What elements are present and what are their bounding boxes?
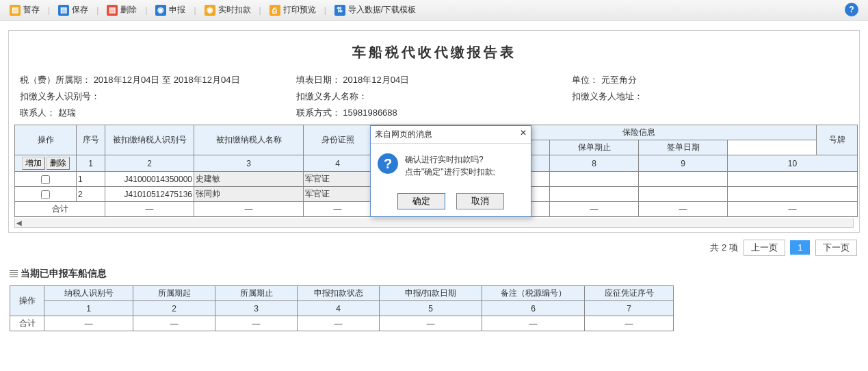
dialog-close-icon[interactable]: ✕	[520, 128, 527, 138]
row-checkbox[interactable]	[41, 175, 50, 184]
unit-value: 元至角分	[601, 75, 637, 85]
declared-total-row: 合计 — — — — — — —	[10, 316, 674, 331]
col-id: 被扣缴纳税人识别号	[105, 125, 194, 155]
pager-next[interactable]: 下一页	[815, 240, 857, 256]
save-icon: ▤	[58, 5, 69, 16]
phone-value: 15981986688	[343, 107, 397, 118]
question-icon: ?	[378, 153, 398, 174]
print-preview-button[interactable]: ⎙打印预览	[265, 3, 320, 17]
pager-count: 共 2 项	[710, 242, 737, 253]
dialog-title-bar: 来自网页的消息 ✕	[371, 126, 531, 144]
declare-button[interactable]: ◉申报	[151, 3, 189, 17]
import-icon: ⇅	[334, 5, 345, 16]
report-meta: 税（费）所属期： 2018年12月04日 至 2018年12月04日 填表日期：…	[14, 74, 854, 125]
delete-icon: ▤	[107, 5, 118, 16]
row-checkbox[interactable]	[41, 190, 50, 199]
delete-button[interactable]: ▤删除	[103, 3, 141, 17]
realtime-deduct-button[interactable]: ◉实时扣款	[200, 3, 255, 17]
dialog-cancel-button[interactable]: 取消	[456, 193, 504, 209]
col-op: 操作	[15, 125, 77, 155]
toolbar: ▤暂存| ▤保存| ▤删除| ◉申报| ◉实时扣款| ⎙打印预览| ⇅导入数据/…	[0, 0, 868, 21]
col-name: 被扣缴纳税人名称	[194, 125, 304, 155]
horizontal-scrollbar[interactable]	[14, 218, 854, 228]
confirm-dialog: 来自网页的消息 ✕ ? 确认进行实时扣款吗? 点击"确定"进行实时扣款; 确定 …	[370, 125, 531, 217]
pager-prev[interactable]: 上一页	[744, 240, 785, 256]
save-button[interactable]: ▤保存	[54, 3, 92, 17]
contact-value: 赵瑞	[58, 107, 76, 118]
fill-date-value: 2018年12月04日	[343, 75, 409, 85]
col-idcard: 身份证照	[304, 125, 372, 155]
del-row-button[interactable]: 删除	[47, 157, 70, 170]
temp-save-icon: ▤	[10, 5, 21, 16]
realtime-icon: ◉	[205, 5, 215, 16]
report-title: 车船税代收代缴报告表	[14, 38, 854, 74]
add-row-button[interactable]: 增加	[22, 157, 45, 170]
declare-icon: ◉	[155, 5, 166, 16]
section-declared-title: 当期已申报车船信息	[0, 263, 868, 285]
pager: 共 2 项 上一页 1 下一页	[0, 233, 868, 263]
period-value: 2018年12月04日 至 2018年12月04日	[94, 75, 240, 85]
help-icon[interactable]: ?	[845, 3, 858, 16]
temp-save-button[interactable]: ▤暂存	[5, 3, 44, 17]
import-template-button[interactable]: ⇅导入数据/下载模板	[330, 3, 420, 17]
print-icon: ⎙	[269, 5, 280, 16]
dialog-message: 确认进行实时扣款吗? 点击"确定"进行实时扣款;	[405, 153, 495, 178]
pager-page-1[interactable]: 1	[790, 240, 810, 255]
dialog-ok-button[interactable]: 确定	[397, 193, 445, 209]
declared-table: 操作 纳税人识别号 所属期起 所属期止 申报扣款状态 申报/扣款日期 备注（税源…	[10, 285, 674, 331]
col-plate: 号牌	[817, 125, 858, 155]
col-seq: 序号	[77, 125, 105, 155]
